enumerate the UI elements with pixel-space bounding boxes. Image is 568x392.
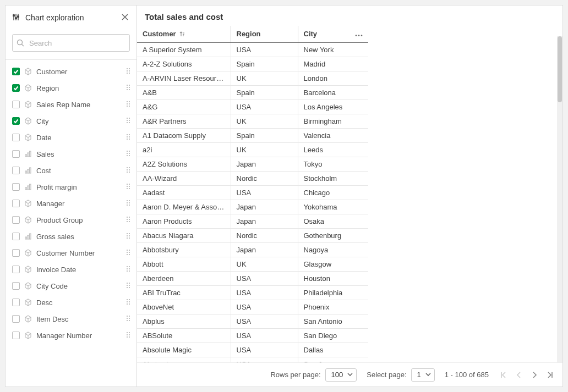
field-row[interactable]: City Code: [6, 278, 136, 294]
field-checkbox[interactable]: [12, 101, 20, 108]
field-checkbox[interactable]: [12, 266, 20, 273]
field-checkbox[interactable]: [12, 167, 20, 174]
drag-handle-icon[interactable]: [125, 150, 132, 159]
table-row[interactable]: A2Z SolutionsJapanTokyo: [137, 157, 368, 171]
field-row[interactable]: Manager: [6, 195, 136, 212]
close-icon[interactable]: [121, 13, 130, 22]
rows-per-page-select[interactable]: 100: [325, 368, 357, 382]
table-row[interactable]: ABSoluteUSASan Diego: [137, 328, 368, 343]
drag-handle-icon[interactable]: [125, 314, 132, 324]
field-checkbox[interactable]: [12, 200, 20, 207]
table-row[interactable]: A-2-Z SolutionsSpainMadrid: [137, 57, 368, 71]
svg-point-66: [129, 188, 130, 189]
drag-handle-icon[interactable]: [125, 117, 132, 126]
dimension-icon: [24, 299, 32, 306]
field-checkbox[interactable]: [12, 117, 20, 125]
field-checkbox[interactable]: [12, 183, 20, 191]
field-checkbox[interactable]: [12, 150, 20, 158]
select-page-select[interactable]: 1: [411, 368, 435, 382]
table-row[interactable]: AbstractUSASan Jose: [137, 357, 368, 362]
drag-handle-icon[interactable]: [125, 183, 132, 192]
table-row[interactable]: AA-WizardNordicStockholm: [137, 171, 368, 185]
field-checkbox[interactable]: [12, 134, 20, 141]
table-row[interactable]: A1 Datacom SupplySpainValencia: [137, 128, 368, 142]
table-cell: A2Z Solutions: [137, 157, 231, 171]
first-page-icon[interactable]: [499, 370, 509, 380]
table-row[interactable]: A&GUSALos Angeles: [137, 100, 368, 114]
table-row[interactable]: AbbotsburyJapanNagoya: [137, 242, 368, 257]
drag-handle-icon[interactable]: [125, 249, 132, 258]
table-row[interactable]: A&R PartnersUKBirmingham: [137, 114, 368, 128]
field-checkbox[interactable]: [12, 68, 20, 75]
svg-point-118: [127, 332, 128, 333]
field-checkbox[interactable]: [12, 282, 20, 290]
field-row[interactable]: Date: [6, 129, 136, 146]
drag-handle-icon[interactable]: [125, 232, 132, 241]
drag-handle-icon[interactable]: [125, 84, 132, 93]
next-page-icon[interactable]: [529, 370, 539, 380]
field-checkbox[interactable]: [12, 315, 20, 323]
field-row[interactable]: Cost: [6, 162, 136, 179]
table-row[interactable]: a2iUKLeeds: [137, 142, 368, 157]
table-row[interactable]: Aaron ProductsJapanOsaka: [137, 214, 368, 228]
field-row[interactable]: Sales: [6, 146, 136, 162]
table-row[interactable]: Aaron D. Meyer & AssociatesJapanYokohama: [137, 200, 368, 214]
prev-page-icon[interactable]: [514, 370, 524, 380]
drag-handle-icon[interactable]: [125, 265, 132, 274]
drag-handle-icon[interactable]: [125, 199, 132, 208]
scrollbar-track[interactable]: [557, 36, 562, 362]
table-row[interactable]: A-ARVIN Laser ResourcesUKLondon: [137, 71, 368, 85]
table-row[interactable]: AbplusUSASan Antonio: [137, 314, 368, 328]
drag-handle-icon[interactable]: [125, 67, 132, 76]
table-row[interactable]: AadastUSAChicago: [137, 185, 368, 200]
field-row[interactable]: Manager Number: [6, 327, 136, 344]
pager-buttons: [499, 370, 555, 380]
table-row[interactable]: A Superior SystemUSANew York: [137, 42, 368, 57]
table-row[interactable]: AboveNetUSAPhoenix: [137, 300, 368, 314]
drag-handle-icon[interactable]: [125, 331, 132, 340]
table-cell: Leeds: [298, 142, 368, 157]
field-row[interactable]: Item Desc: [6, 311, 136, 327]
drag-handle-icon[interactable]: [125, 133, 132, 142]
table-row[interactable]: Absolute MagicUSADallas: [137, 343, 368, 357]
field-label: Customer Number: [36, 249, 121, 257]
field-checkbox[interactable]: [12, 332, 20, 339]
drag-handle-icon[interactable]: [125, 216, 132, 225]
field-checkbox[interactable]: [12, 84, 20, 92]
field-checkbox[interactable]: [12, 299, 20, 306]
dimension-icon: [24, 332, 32, 339]
field-row[interactable]: Gross sales: [6, 228, 136, 245]
field-row[interactable]: Region: [6, 80, 136, 96]
field-row[interactable]: Product Group: [6, 212, 136, 228]
more-options-icon[interactable]: [355, 30, 363, 38]
table-cell: UK: [231, 257, 298, 271]
drag-handle-icon[interactable]: [125, 100, 132, 109]
table-row[interactable]: AberdeenUSAHouston: [137, 271, 368, 285]
field-row[interactable]: Invoice Date: [6, 261, 136, 278]
last-page-icon[interactable]: [545, 370, 555, 380]
field-row[interactable]: City: [6, 113, 136, 129]
svg-point-110: [127, 303, 128, 305]
table-row[interactable]: ABI TruTracUSAPhiladelphia: [137, 285, 368, 300]
field-checkbox[interactable]: [12, 249, 20, 257]
drag-handle-icon[interactable]: [125, 166, 132, 175]
table-row[interactable]: AbbottUKGlasgow: [137, 257, 368, 271]
drag-handle-icon[interactable]: [125, 281, 132, 291]
column-header[interactable]: Customer: [137, 26, 231, 42]
field-row[interactable]: Sales Rep Name: [6, 96, 136, 113]
scrollbar-thumb[interactable]: [558, 36, 562, 102]
field-row[interactable]: Profit margin: [6, 179, 136, 195]
search-input[interactable]: [12, 34, 130, 52]
column-header[interactable]: City: [298, 26, 368, 42]
table-row[interactable]: Abacus NiagaraNordicGothenburg: [137, 228, 368, 242]
field-checkbox[interactable]: [12, 216, 20, 224]
field-row[interactable]: Customer Number: [6, 245, 136, 261]
drag-handle-icon[interactable]: [125, 298, 132, 307]
table-scroll-area[interactable]: CustomerRegionCity A Superior SystemUSAN…: [137, 26, 562, 362]
field-row[interactable]: Desc: [6, 294, 136, 311]
field-checkbox[interactable]: [12, 233, 20, 240]
table-row[interactable]: A&BSpainBarcelona: [137, 85, 368, 100]
field-row[interactable]: Customer: [6, 63, 136, 80]
svg-point-46: [129, 153, 130, 154]
column-header[interactable]: Region: [231, 26, 298, 42]
